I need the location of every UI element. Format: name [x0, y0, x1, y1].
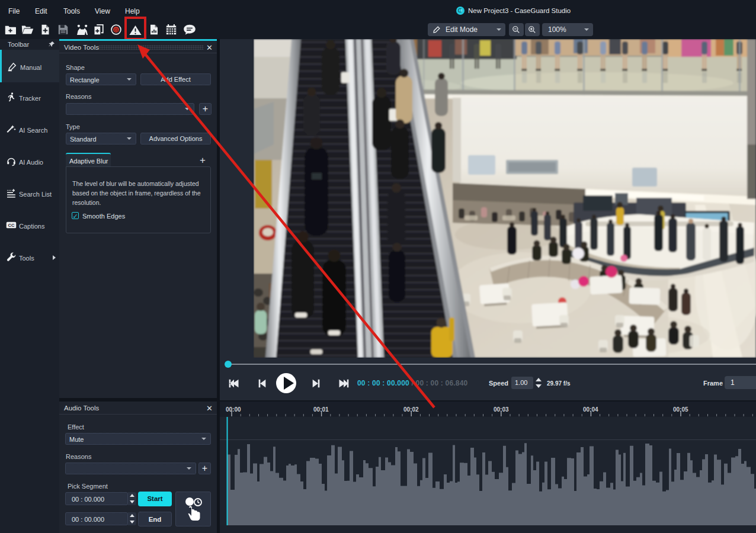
- svg-text:CC: CC: [8, 223, 15, 228]
